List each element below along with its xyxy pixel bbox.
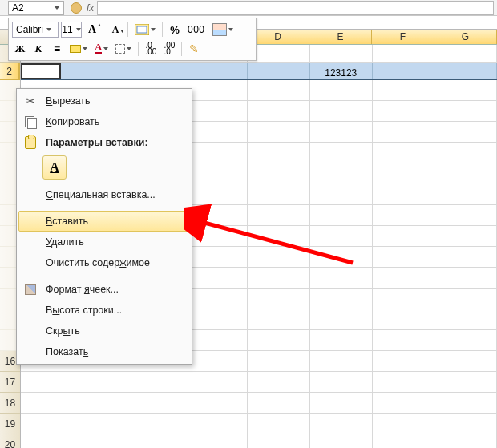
formula-bar-row: A2 fx — [0, 0, 497, 16]
decrease-font-button[interactable]: A — [107, 22, 123, 38]
align-button[interactable]: ≡ — [49, 41, 65, 57]
menu-label: Скрыть — [46, 325, 182, 337]
paste-options-row: А — [18, 153, 190, 184]
name-box-value: A2 — [12, 2, 24, 14]
cell[interactable] — [434, 45, 497, 62]
clipboard-icon — [22, 136, 39, 149]
menu-label: Очистить содержимое — [46, 256, 182, 269]
format-cells-icon — [22, 284, 39, 295]
align-icon: ≡ — [54, 42, 60, 55]
row-header[interactable]: 17 — [0, 372, 20, 393]
grid-row — [21, 372, 497, 393]
grid-row-selected: 123123 — [21, 63, 497, 80]
cell[interactable] — [61, 63, 248, 79]
column-header[interactable]: F — [372, 30, 434, 44]
borders-icon — [115, 44, 125, 54]
fx-label[interactable]: fx — [87, 2, 94, 14]
cell[interactable] — [310, 45, 373, 62]
separator — [162, 22, 163, 37]
font-size-value: 11 — [62, 24, 72, 35]
column-header[interactable]: G — [434, 30, 497, 44]
mini-toolbar: Calibri 11 A A % 000 Ж К ≡ A .0.00 .00.0… — [8, 18, 257, 61]
menu-format-cells[interactable]: Формат ячеек... — [18, 279, 190, 300]
insert-function-icon[interactable] — [71, 2, 82, 14]
font-color-icon: A — [95, 43, 102, 54]
percent-format-button[interactable]: % — [167, 22, 183, 38]
comma-format-button[interactable]: 000 — [185, 22, 208, 38]
chevron-down-icon — [228, 28, 233, 31]
menu-hide[interactable]: Скрыть — [18, 321, 190, 341]
menu-label: Формат ячеек... — [46, 283, 182, 296]
conditional-format-icon — [212, 23, 227, 36]
name-box[interactable]: A2 — [8, 1, 64, 15]
row-header[interactable]: 19 — [0, 414, 20, 434]
font-name-value: Calibri — [16, 24, 43, 35]
conditional-format-button[interactable] — [210, 22, 236, 38]
column-header[interactable]: E — [309, 30, 372, 44]
menu-cut[interactable]: ✂ Вырезать — [18, 91, 190, 111]
chevron-down-icon — [76, 28, 81, 31]
fill-color-button[interactable] — [67, 41, 90, 57]
menu-delete[interactable]: Удалить — [18, 232, 190, 252]
cell[interactable] — [373, 63, 435, 79]
grid-row — [21, 414, 497, 434]
decrease-decimal-button[interactable]: .00.0 — [161, 41, 177, 57]
font-size-combo[interactable]: 11 — [61, 22, 82, 38]
copy-icon — [22, 116, 39, 127]
row-header[interactable]: 18 — [0, 393, 20, 414]
increase-font-button[interactable]: A — [84, 22, 100, 38]
decrease-decimal-icon: .00.0 — [164, 42, 175, 55]
menu-label: Копировать — [46, 115, 182, 128]
menu-copy[interactable]: Копировать — [18, 111, 190, 132]
merge-icon — [135, 24, 149, 35]
bold-button[interactable]: Ж — [12, 41, 28, 57]
menu-paste-special[interactable]: Специальная вставка... — [18, 184, 190, 205]
menu-label: Параметры вставки: — [46, 136, 182, 149]
chevron-down-icon[interactable] — [54, 6, 60, 10]
increase-font-icon: A — [88, 23, 96, 36]
chevron-down-icon — [103, 47, 108, 50]
menu-clear-contents[interactable]: Очистить содержимое — [18, 252, 190, 273]
paste-chip-letter: А — [50, 160, 59, 175]
borders-button[interactable] — [113, 41, 134, 57]
increase-decimal-icon: .0.00 — [145, 42, 156, 55]
separator — [138, 42, 139, 56]
menu-unhide[interactable]: Показать — [18, 341, 190, 362]
font-color-button[interactable]: A — [92, 41, 111, 57]
menu-label: Вырезать — [46, 95, 182, 107]
fx-group: fx — [71, 2, 94, 14]
menu-label: Удалить — [46, 236, 182, 248]
percent-icon: % — [170, 24, 180, 36]
cell-with-value[interactable]: 123123 — [310, 63, 373, 79]
chevron-down-icon — [83, 47, 87, 50]
row-header[interactable]: 20 — [0, 434, 20, 448]
merge-cells-button[interactable] — [132, 22, 158, 38]
paste-keep-formatting-button[interactable]: А — [42, 155, 67, 180]
menu-label: Специальная вставка... — [46, 188, 182, 201]
grid-row — [21, 393, 497, 414]
scissors-icon: ✂ — [22, 95, 39, 107]
cell[interactable] — [373, 45, 435, 62]
menu-insert[interactable]: Вставить — [18, 211, 190, 232]
cell[interactable] — [248, 63, 310, 79]
menu-label: Высота строки... — [46, 304, 182, 317]
decrease-font-icon: A — [112, 24, 119, 36]
cell[interactable] — [248, 45, 310, 62]
formula-bar-input[interactable] — [97, 1, 494, 15]
row-header-selected[interactable]: 2 — [0, 63, 20, 80]
italic-button[interactable]: К — [30, 41, 46, 57]
format-painter-button[interactable]: ✎ — [186, 41, 202, 57]
menu-separator — [41, 276, 188, 276]
format-painter-icon: ✎ — [189, 42, 199, 55]
menu-label: Вставить — [46, 215, 182, 228]
grid-row — [21, 434, 497, 448]
separator — [127, 22, 128, 37]
row-context-menu: ✂ Вырезать Копировать Параметры вставки:… — [16, 88, 192, 365]
menu-label: Показать — [46, 345, 182, 358]
increase-decimal-button[interactable]: .0.00 — [143, 41, 159, 57]
active-cell[interactable] — [21, 63, 61, 79]
font-name-combo[interactable]: Calibri — [12, 22, 59, 38]
menu-row-height[interactable]: Высота строки... — [18, 300, 190, 321]
cell[interactable] — [434, 63, 497, 79]
bold-icon: Ж — [15, 42, 26, 55]
